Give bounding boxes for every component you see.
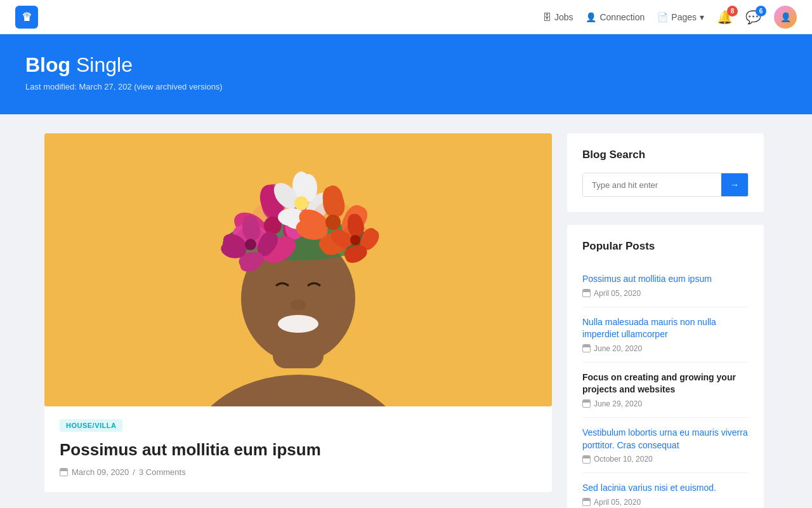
nav-pages[interactable]: 📄 Pages ▾	[657, 12, 704, 22]
person-icon: 👤	[586, 12, 596, 22]
calendar-icon	[60, 468, 68, 476]
chevron-down-icon: ▾	[700, 12, 704, 22]
page-title: Blog Single	[25, 53, 787, 77]
article-column: HOUSE/VILLA Possimus aut mollitia eum ip…	[44, 133, 552, 492]
article-image-svg	[44, 133, 552, 406]
category-badge: HOUSE/VILLA	[60, 419, 122, 432]
hero-banner: Blog Single Last modified: March 27, 202…	[0, 34, 812, 114]
main-container: HOUSE/VILLA Possimus aut mollitia eum ip…	[32, 114, 780, 508]
briefcase-icon: 🗄	[542, 12, 551, 22]
logo[interactable]: ♛	[15, 6, 38, 29]
svg-point-59	[350, 235, 360, 245]
blog-search-card: Blog Search →	[567, 133, 764, 212]
notifications-badge: 8	[727, 6, 738, 17]
calendar-icon	[582, 344, 591, 352]
nav-connection[interactable]: 👤 Connection	[586, 12, 645, 22]
calendar-icon	[582, 455, 591, 464]
post-link-5[interactable]: Sed lacinia varius nisi et euismod.	[582, 482, 749, 495]
calendar-icon	[582, 399, 591, 408]
search-input[interactable]	[583, 173, 721, 196]
post-link-4[interactable]: Vestibulum lobortis urna eu mauris viver…	[582, 427, 749, 451]
blog-search-title: Blog Search	[582, 149, 749, 161]
list-item: Focus on creating and growing your proje…	[582, 363, 749, 418]
navbar: ♛ 🗄 Jobs 👤 Connection 📄 Pages ▾ 🔔 8 💬 6 …	[0, 0, 812, 34]
post-link-3[interactable]: Focus on creating and growing your proje…	[582, 371, 749, 396]
messages-icon-wrap[interactable]: 💬 6	[745, 10, 761, 25]
nav-right: 🗄 Jobs 👤 Connection 📄 Pages ▾ 🔔 8 💬 6 👤	[542, 6, 797, 29]
post-date-2: June 20, 2020	[582, 344, 749, 353]
svg-point-30	[294, 196, 308, 210]
post-date-3: June 29, 2020	[582, 399, 749, 408]
article-meta: HOUSE/VILLA Possimus aut mollitia eum ip…	[44, 406, 552, 492]
svg-point-40	[325, 215, 341, 230]
post-link-2[interactable]: Nulla malesuada mauris non nulla imperdi…	[582, 316, 749, 341]
messages-badge: 6	[756, 6, 766, 17]
calendar-icon	[582, 289, 591, 297]
arrow-right-icon: →	[730, 180, 739, 190]
search-button[interactable]: →	[721, 173, 748, 196]
list-item: Nulla malesuada mauris non nulla imperdi…	[582, 307, 749, 363]
calendar-icon	[582, 498, 591, 506]
svg-point-4	[278, 315, 318, 333]
post-date-4: October 10, 2020	[582, 455, 749, 464]
hero-subtitle: Last modified: March 27, 202 (view archi…	[25, 82, 787, 91]
post-date-5: April 05, 2020	[582, 498, 749, 507]
sidebar: Blog Search → Popular Posts Possimus aut…	[567, 133, 764, 508]
nav-jobs[interactable]: 🗄 Jobs	[542, 12, 573, 22]
post-link-1[interactable]: Possimus aut mollitia eum ipsum	[582, 273, 749, 286]
svg-point-50	[245, 239, 256, 250]
popular-posts-title: Popular Posts	[582, 240, 749, 253]
article-date: March 09, 2020 / 3 Comments	[60, 467, 537, 477]
article-title: Possimus aut mollitia eum ipsum	[60, 439, 537, 461]
logo-icon: ♛	[22, 10, 32, 24]
article-featured-image	[44, 133, 552, 406]
notifications-bell[interactable]: 🔔 8	[717, 10, 733, 25]
list-item: Possimus aut mollitia eum ipsum April 05…	[582, 264, 749, 307]
svg-point-5	[291, 300, 306, 310]
file-icon: 📄	[657, 12, 668, 22]
list-item: Sed lacinia varius nisi et euismod. Apri…	[582, 473, 749, 507]
search-form: →	[582, 173, 749, 197]
list-item: Vestibulum lobortis urna eu mauris viver…	[582, 418, 749, 473]
popular-posts-card: Popular Posts Possimus aut mollitia eum …	[567, 225, 764, 508]
avatar[interactable]: 👤	[774, 6, 797, 29]
post-date-1: April 05, 2020	[582, 289, 749, 298]
